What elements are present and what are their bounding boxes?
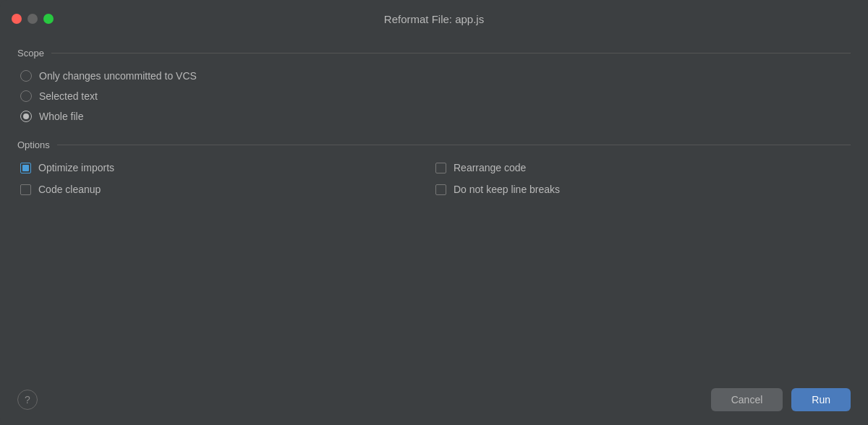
dialog-window: Reformat File: app.js Scope Only changes… (0, 0, 868, 425)
checkbox-rearrange-box (435, 163, 446, 173)
radio-selected-label: Selected text (39, 90, 98, 102)
footer-buttons: Cancel Run (711, 388, 851, 411)
checkbox-linebreaks-label: Do not keep line breaks (454, 184, 560, 195)
options-header: Options (17, 139, 851, 150)
traffic-lights (12, 14, 54, 24)
title-bar: Reformat File: app.js (0, 0, 868, 38)
help-button[interactable]: ? (17, 390, 38, 410)
dialog-footer: ? Cancel Run (0, 374, 868, 425)
scope-divider (51, 53, 851, 53)
maximize-button[interactable] (43, 14, 54, 24)
checkbox-cleanup-label: Code cleanup (38, 184, 101, 195)
radio-whole-label: Whole file (39, 111, 83, 122)
minimize-button[interactable] (27, 14, 38, 24)
run-button[interactable]: Run (791, 388, 851, 411)
checkbox-linebreaks-box (435, 184, 446, 195)
radio-whole[interactable]: Whole file (20, 111, 851, 122)
radio-vcs-label: Only changes uncommitted to VCS (39, 70, 197, 82)
checkbox-linebreaks[interactable]: Do not keep line breaks (435, 184, 851, 195)
help-icon: ? (25, 394, 30, 405)
scope-label: Scope (17, 48, 44, 59)
radio-selected[interactable]: Selected text (20, 90, 851, 102)
dialog-content: Scope Only changes uncommitted to VCS Se… (0, 38, 868, 374)
radio-vcs-circle (20, 70, 32, 82)
dialog-title: Reformat File: app.js (384, 13, 484, 25)
options-section: Options Optimize imports Rearrange code … (17, 137, 851, 195)
checkbox-cleanup[interactable]: Code cleanup (20, 184, 435, 195)
radio-vcs[interactable]: Only changes uncommitted to VCS (20, 70, 851, 82)
checkbox-rearrange-label: Rearrange code (454, 162, 526, 173)
options-label: Options (17, 139, 50, 150)
options-grid: Optimize imports Rearrange code Code cle… (17, 162, 851, 195)
checkbox-optimize[interactable]: Optimize imports (20, 162, 435, 173)
checkbox-cleanup-box (20, 184, 31, 195)
scope-header: Scope (17, 48, 851, 59)
radio-selected-circle (20, 90, 32, 102)
scope-section: Scope Only changes uncommitted to VCS Se… (17, 45, 851, 122)
checkbox-rearrange[interactable]: Rearrange code (435, 162, 851, 173)
scope-radio-group: Only changes uncommitted to VCS Selected… (17, 70, 851, 122)
checkbox-optimize-box (20, 163, 31, 173)
cancel-button[interactable]: Cancel (711, 388, 783, 411)
options-divider (57, 145, 851, 145)
checkbox-optimize-label: Optimize imports (38, 162, 114, 173)
radio-whole-circle (20, 111, 32, 122)
close-button[interactable] (12, 14, 22, 24)
